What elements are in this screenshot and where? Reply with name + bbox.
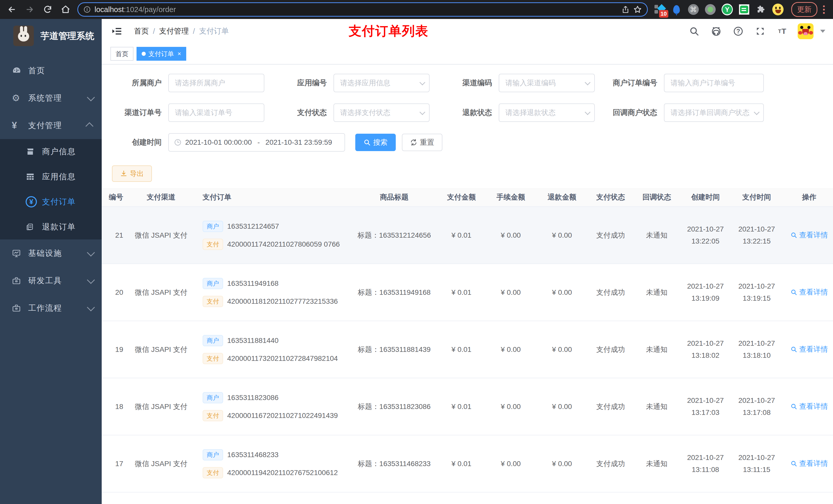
extension-emoji-icon[interactable] <box>772 4 784 15</box>
github-icon[interactable] <box>710 25 723 38</box>
extension-diamond-icon[interactable]: 10 <box>654 4 665 15</box>
merchant-input[interactable] <box>168 74 264 92</box>
extension-y-icon[interactable]: Y <box>721 4 733 15</box>
sidebar-fold-icon[interactable] <box>110 24 125 39</box>
merchant-order-no-field[interactable] <box>664 74 764 92</box>
product-title: 标题：1635311881439 <box>351 343 438 356</box>
browser-update-button[interactable]: 更新 <box>791 2 817 17</box>
merchant-select[interactable] <box>168 74 264 92</box>
forward-icon[interactable] <box>23 2 37 17</box>
notify-status: 未通知 <box>634 457 680 470</box>
merchant-order-no: 1635311949168 <box>227 280 279 288</box>
extension-record-icon[interactable] <box>705 4 716 15</box>
refund-status-input[interactable] <box>499 103 595 122</box>
product-title: 标题：1635311823086 <box>351 400 438 413</box>
date-range-picker[interactable]: 2021-10-01 00:00:00 - 2021-10-31 23:59:5… <box>168 133 345 152</box>
view-detail-link[interactable]: 查看详情 <box>790 287 828 297</box>
font-size-icon[interactable]: TT <box>776 25 789 38</box>
breadcrumb-separator: / <box>153 27 155 35</box>
sidebar-item-merchant-info[interactable]: 商户信息 <box>0 139 102 164</box>
filter-label-refund-status: 退款状态 <box>435 107 499 118</box>
pay-status: 支付成功 <box>588 229 634 242</box>
bookmark-star-icon[interactable] <box>633 5 642 14</box>
extension-balloon-icon[interactable] <box>671 4 682 15</box>
export-button[interactable]: 导出 <box>112 165 152 182</box>
order-id: 19 <box>102 344 125 355</box>
app-logo-row[interactable]: 芋道管理系统 <box>0 19 102 50</box>
breadcrumb-pay[interactable]: 支付管理 <box>159 26 189 37</box>
view-detail-link[interactable]: 查看详情 <box>790 344 828 354</box>
address-bar[interactable]: localhost:1024/pay/order <box>77 2 648 17</box>
paid-time: 2021-10-2713:11:15 <box>731 450 782 477</box>
extensions-puzzle-icon[interactable] <box>755 4 767 15</box>
created-time: 2021-10-2713:11:08 <box>680 450 731 477</box>
fullscreen-icon[interactable] <box>754 25 767 38</box>
channel-order-no-input[interactable] <box>168 103 264 122</box>
tag-close-icon[interactable]: × <box>177 50 181 57</box>
tag-active-dot <box>142 52 146 56</box>
channel-code-input[interactable] <box>499 74 595 92</box>
share-icon[interactable] <box>621 5 629 14</box>
paid-time: 2021-10-2713:19:15 <box>731 279 782 306</box>
browser-nav <box>5 2 73 17</box>
sidebar-item-pay[interactable]: ¥ 支付管理 <box>0 112 102 139</box>
reload-icon[interactable] <box>41 2 55 17</box>
sidebar-item-label: 支付管理 <box>28 120 87 131</box>
reset-button[interactable]: 重置 <box>402 134 443 151</box>
url-text: localhost:1024/pay/order <box>95 5 176 14</box>
home-icon[interactable] <box>58 2 73 17</box>
paid-time: 2021-10-2713:18:10 <box>731 336 782 363</box>
sidebar-item-pay-order[interactable]: ¥ 支付订单 <box>0 189 102 214</box>
pay-order-no: 420000117420211027806059 0766 <box>227 240 340 248</box>
user-avatar[interactable] <box>798 23 813 39</box>
filter-label-app: 应用编号 <box>269 78 334 88</box>
page-content: 所属商户 应用编号 <box>102 65 833 504</box>
sidebar-item-infra[interactable]: 基础设施 <box>0 239 102 267</box>
sidebar-item-workflow[interactable]: 工作流程 <box>0 294 102 322</box>
sidebar-item-system[interactable]: ⚙ 系统管理 <box>0 84 102 112</box>
created-time: 2021-10-2713:17:03 <box>680 393 731 420</box>
col-pay-status: 支付状态 <box>588 191 634 203</box>
merchant-order-no-input[interactable] <box>664 74 764 92</box>
search-button[interactable]: 搜索 <box>355 134 396 151</box>
view-detail-link[interactable]: 查看详情 <box>790 230 828 240</box>
breadcrumb-home[interactable]: 首页 <box>134 26 149 37</box>
filter-label-notify-status: 回调商户状态 <box>600 107 664 118</box>
channel-order-no-field[interactable] <box>168 103 264 122</box>
site-info-icon[interactable] <box>83 6 91 13</box>
sidebar-item-label: 系统管理 <box>28 93 87 103</box>
table-row: 20 微信 JSAPI 支付 商户1635311949168 支付4200001… <box>102 264 833 321</box>
extension-command-icon[interactable]: ⌘ <box>688 4 699 15</box>
notify-status-select[interactable] <box>664 103 764 122</box>
channel-code-select[interactable] <box>499 74 595 92</box>
back-icon[interactable] <box>5 2 19 17</box>
search-icon[interactable] <box>688 25 701 38</box>
notify-status-input[interactable] <box>664 103 764 122</box>
sidebar-item-app-info[interactable]: 应用信息 <box>0 164 102 189</box>
tag-home[interactable]: 首页 <box>111 47 134 61</box>
app-select[interactable] <box>334 74 430 92</box>
refund-amount: ¥ 0.00 <box>537 458 588 470</box>
app-select-input[interactable] <box>334 74 430 92</box>
sidebar-item-home[interactable]: 首页 <box>0 57 102 84</box>
tag-pay-order[interactable]: 支付订单 × <box>137 47 186 61</box>
avatar-caret-icon[interactable] <box>820 30 825 33</box>
sidebar-item-label: 商户信息 <box>42 146 93 157</box>
view-detail-link[interactable]: 查看详情 <box>790 459 828 469</box>
order-id: 18 <box>102 401 125 412</box>
sidebar-item-devtools[interactable]: 研发工具 <box>0 267 102 294</box>
refund-amount: ¥ 0.00 <box>537 401 588 412</box>
view-detail-link[interactable]: 查看详情 <box>790 402 828 411</box>
sidebar-item-refund-order[interactable]: 退款订单 <box>0 214 102 239</box>
pay-channel: 微信 JSAPI 支付 <box>125 229 197 242</box>
help-icon[interactable]: ? <box>732 25 745 38</box>
refund-status-select[interactable] <box>499 103 595 122</box>
pay-status-select[interactable] <box>334 103 430 122</box>
browser-menu-icon[interactable] <box>819 5 828 14</box>
monitor-chart-icon <box>12 249 28 258</box>
col-amount: 支付金额 <box>438 191 485 203</box>
extension-chat-icon[interactable] <box>738 4 750 15</box>
merchant-tag: 商户 <box>203 392 223 403</box>
pay-status-input[interactable] <box>334 103 430 122</box>
extensions-tray: 10 ⌘ Y <box>650 4 788 15</box>
